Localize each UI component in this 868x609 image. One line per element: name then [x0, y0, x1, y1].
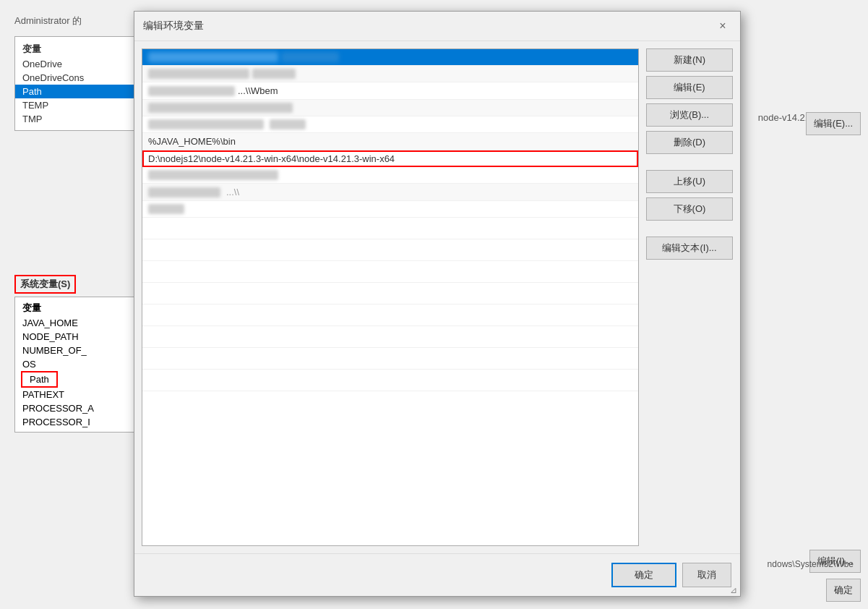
path-item-4[interactable] [142, 100, 638, 116]
path-item-empty-5 [142, 304, 638, 326]
path-item-empty-4 [142, 283, 638, 304]
close-button[interactable]: × [714, 17, 731, 35]
path-item-4-blur [148, 103, 293, 113]
path-item-empty-1 [142, 218, 638, 239]
path-item-2-blur [148, 69, 249, 79]
path-item-empty-6 [142, 326, 638, 348]
path-list-container[interactable]: ...\\Wbem %J [142, 48, 639, 546]
path-item-2[interactable] [142, 66, 638, 82]
path-item-javahome[interactable]: %JAVA_HOME%\bin [142, 133, 638, 150]
path-item-empty-8 [142, 370, 638, 391]
path-item-9[interactable]: ...\\ [142, 184, 638, 201]
path-item-1[interactable] [142, 49, 638, 66]
sys-vars-header[interactable]: 系统变量(S) [14, 275, 76, 294]
path-item-nodejs-text: D:\nodejs12\node-v14.21.3-win-x64\node-v… [148, 153, 395, 164]
path-item-2-blur2 [252, 69, 296, 79]
move-up-button[interactable]: 上移(U) [646, 170, 733, 193]
cancel-button[interactable]: 取消 [682, 563, 731, 587]
sys-var-path-highlighted[interactable]: Path [21, 371, 58, 388]
dialog-footer: 确定 取消 [134, 553, 740, 596]
resize-handle[interactable]: ⊿ [730, 586, 739, 595]
bg-wbem-text: ndows\System32\Wbe [768, 559, 854, 569]
path-item-empty-3 [142, 261, 638, 283]
delete-button[interactable]: 删除(D) [646, 131, 733, 154]
browse-button[interactable]: 浏览(B)... [646, 103, 733, 127]
edit-env-var-dialog: 编辑环境变量 × [134, 11, 741, 597]
path-item-9-suffix: ...\\ [226, 187, 239, 197]
bg-ok-area: 确定 [826, 579, 861, 602]
dialog-title: 编辑环境变量 [143, 20, 204, 33]
move-down-button[interactable]: 下移(O) [646, 197, 733, 221]
path-item-empty-2 [142, 239, 638, 261]
edit-button[interactable]: 编辑(E) [646, 76, 733, 99]
path-item-1-blur [148, 52, 278, 62]
path-item-3-text: ...\\Wbem [238, 85, 278, 96]
path-item-empty-7 [142, 348, 638, 370]
path-item-nodejs[interactable]: D:\nodejs12\node-v14.21.3-win-x64\node-v… [142, 150, 638, 167]
path-item-8[interactable] [142, 167, 638, 184]
path-item-javahome-text: %JAVA_HOME%\bin [148, 136, 236, 147]
ok-button[interactable]: 确定 [611, 563, 676, 587]
dialog-right-buttons: 新建(N) 编辑(E) 浏览(B)... 删除(D) 上移(U) 下移(O) 编… [646, 48, 733, 546]
path-item-5[interactable] [142, 116, 638, 133]
path-list: ...\\Wbem %J [142, 49, 638, 391]
bg-title: Administrator 的 [14, 14, 82, 27]
path-item-5-blur [148, 119, 264, 129]
dialog-body: ...\\Wbem %J [134, 41, 740, 553]
path-item-1-blur2 [281, 52, 339, 62]
edit-text-button[interactable]: 编辑文本(I)... [646, 237, 733, 260]
path-item-10-blur [148, 204, 184, 214]
new-button[interactable]: 新建(N) [646, 48, 733, 72]
path-item-3[interactable]: ...\\Wbem [142, 82, 638, 100]
bg-ok-button[interactable]: 确定 [826, 579, 861, 602]
bg-buttons: 编辑(E)... [806, 112, 861, 135]
bg-edit-button[interactable]: 编辑(E)... [806, 112, 861, 135]
dialog-titlebar: 编辑环境变量 × [134, 12, 740, 41]
path-item-5-blur2 [270, 119, 306, 129]
path-item-9-blur [148, 187, 220, 197]
path-item-10[interactable] [142, 201, 638, 218]
path-item-8-blur [148, 170, 278, 180]
path-item-3-blur [148, 86, 235, 96]
